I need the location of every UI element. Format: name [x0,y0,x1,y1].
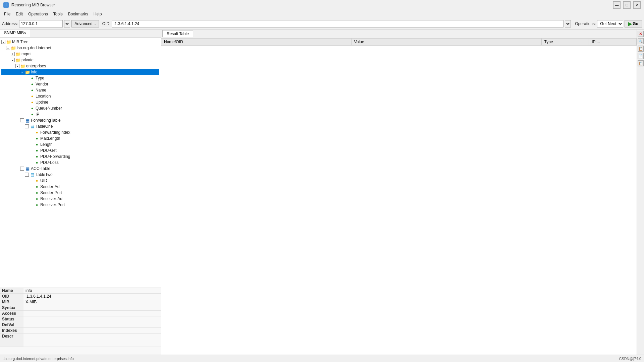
info-row-syntax: Syntax [0,305,161,311]
minimize-button[interactable]: — [613,1,621,9]
sidebar-clipboard-button[interactable]: 📋 [638,60,644,66]
info-row-indexes: Indexes [0,328,161,334]
sidebar-close-button[interactable]: ✕ [638,31,644,37]
node-label-tableone: TableOne [36,124,53,129]
toolbar: Address: ▼ Advanced... OID: ▼ Operations… [0,18,644,29]
menu-edit[interactable]: Edit [13,11,25,17]
node-label-mgmt: mgmt [21,52,32,56]
expand-mgmt[interactable]: + [11,52,15,56]
tree-node-ip[interactable]: ● IP [1,111,159,117]
info-panel: Name info OID .1.3.6.1.4.1.24 MIB X-MIB … [0,288,161,355]
go-icon: ▶ [628,21,632,26]
expand-info[interactable]: - [20,70,24,74]
operations-label: Operations: [575,21,596,26]
menu-file[interactable]: File [1,11,13,17]
tree-node-receiver-ad[interactable]: ● Receiver-Ad [1,196,159,202]
advanced-button[interactable]: Advanced... [71,20,99,27]
tree-node-forwardingtable[interactable]: - ▦ ForwardingTable [1,117,159,123]
info-value-name: info [23,288,161,294]
tree-node-info[interactable]: - 📁 info [1,69,159,75]
tab-snmp-mibs[interactable]: SNMP MIBs [0,29,30,37]
menu-bookmarks[interactable]: Bookmarks [65,11,91,17]
info-row-status: Status [0,316,161,322]
tree-node-forwardingindex[interactable]: ● ForwardingIndex [1,129,159,135]
leaf-icon-receiver-ad: ● [34,196,40,201]
tree-node-type[interactable]: ● Type [1,75,159,81]
tree-node-name[interactable]: ● Name [1,87,159,93]
sidebar-file-button[interactable]: 📄 [638,53,644,59]
tree-node-tableone[interactable]: - ▤ TableOne [1,123,159,129]
tree-node-pdu-loss[interactable]: ● PDU-Loss [1,160,159,166]
tree-node-vendor[interactable]: ● Vendor [1,81,159,87]
main-content: SNMP MIBs - 📁 MIB Tree - 📁 iso.org.dod.i… [0,29,644,355]
tree-node-iso[interactable]: - 📁 iso.org.dod.internet [1,45,159,51]
expand-acc-table[interactable]: - [20,167,24,171]
info-value-oid: .1.3.6.1.4.1.24 [23,294,161,299]
info-value-status [23,316,161,322]
status-path: .iso.org.dod.internet.private.enterprise… [3,357,619,361]
operations-select[interactable]: Get Next Get Get Bulk Set Walk Table [597,20,623,27]
node-label-uid: UID [40,178,47,183]
tree-node-tabletwo[interactable]: - ▤ TableTwo [1,172,159,178]
tree-node-length[interactable]: ● Length [1,141,159,147]
tree-node-pdu-forwarding[interactable]: ● PDU-Forwarding [1,154,159,160]
folder-icon-iso: 📁 [11,45,16,51]
info-value-defval [23,322,161,328]
expand-iso[interactable]: - [6,46,10,50]
node-label-enterprises: enterprises [26,64,46,68]
node-label-vendor: Vendor [36,82,48,86]
folder-icon: 📁 [6,39,11,45]
expand-enterprises[interactable]: - [15,64,19,68]
menu-help[interactable]: Help [91,11,105,17]
address-input[interactable] [19,20,63,27]
folder-icon-private: 📁 [15,57,21,63]
info-row-defval: DefVal [0,322,161,328]
tree-node-maxlength[interactable]: ● MaxLength [1,135,159,141]
oid-dropdown[interactable]: ▼ [565,20,571,27]
info-value-indexes [23,328,161,334]
result-table-container[interactable]: Name/OID Value Type IP:... [161,38,637,355]
tree-node-pdu-get[interactable]: ● PDU-Get [1,147,159,154]
oid-input[interactable] [112,20,564,27]
tree-node-mgmt[interactable]: + 📁 mgmt [1,51,159,57]
tree-node-location[interactable]: ● Location [1,93,159,99]
close-button[interactable]: ✕ [633,1,641,9]
node-label-forwardingindex: ForwardingIndex [40,130,70,135]
table-icon-forwarding: ▦ [25,118,30,123]
tree-node-queuenumber[interactable]: ● QueueNumber [1,105,159,111]
node-label-tabletwo: TableTwo [36,172,53,177]
tree-container[interactable]: - 📁 MIB Tree - 📁 iso.org.dod.internet + … [0,38,161,288]
tree-node-sender-port[interactable]: ● Sender-Port [1,190,159,196]
sidebar-search-button[interactable]: 🔍 [638,38,644,44]
tree-node-private[interactable]: - 📁 private [1,57,159,63]
tree-node-sender-ad[interactable]: ● Sender-Ad [1,184,159,190]
maximize-button[interactable]: □ [623,1,631,9]
node-label-sender-port: Sender-Port [40,190,62,195]
leaf-icon-ip: ● [30,112,35,117]
result-table: Name/OID Value Type IP:... [161,38,637,46]
go-button[interactable]: ▶ Go [625,20,642,27]
menu-tools[interactable]: Tools [51,11,65,17]
node-label-uptime: Uptime [36,100,48,105]
menu-operations[interactable]: Operations [25,11,51,17]
info-value-access [23,311,161,316]
tree-node-acc-table[interactable]: - ▦ ACC-Table [1,166,159,172]
expand-mib-tree[interactable]: - [1,40,5,44]
address-dropdown[interactable]: ▼ [64,20,70,27]
tree-node-mib-tree[interactable]: - 📁 MIB Tree [1,39,159,45]
node-label-info: info [31,70,37,74]
tab-result-table[interactable]: Result Table [162,30,193,37]
leaf-icon-pdu-loss: ● [34,160,40,165]
tree-node-enterprises[interactable]: - 📁 enterprises [1,63,159,69]
tree-node-receiver-port[interactable]: ● Receiver-Port [1,202,159,208]
expand-tableone[interactable]: - [25,124,29,128]
tree-node-uptime[interactable]: ● Uptime [1,99,159,105]
expand-tabletwo[interactable]: - [25,173,29,177]
menu-bar: File Edit Operations Tools Bookmarks Hel… [0,10,644,18]
info-key-descr: Descr [0,334,23,347]
expand-forwardingtable[interactable]: - [20,118,24,122]
tree-node-uid[interactable]: ● UID [1,178,159,184]
status-info: CSDN@|74.0 [619,357,641,361]
sidebar-copy-button[interactable]: 📋 [638,46,644,52]
expand-private[interactable]: - [11,58,15,62]
